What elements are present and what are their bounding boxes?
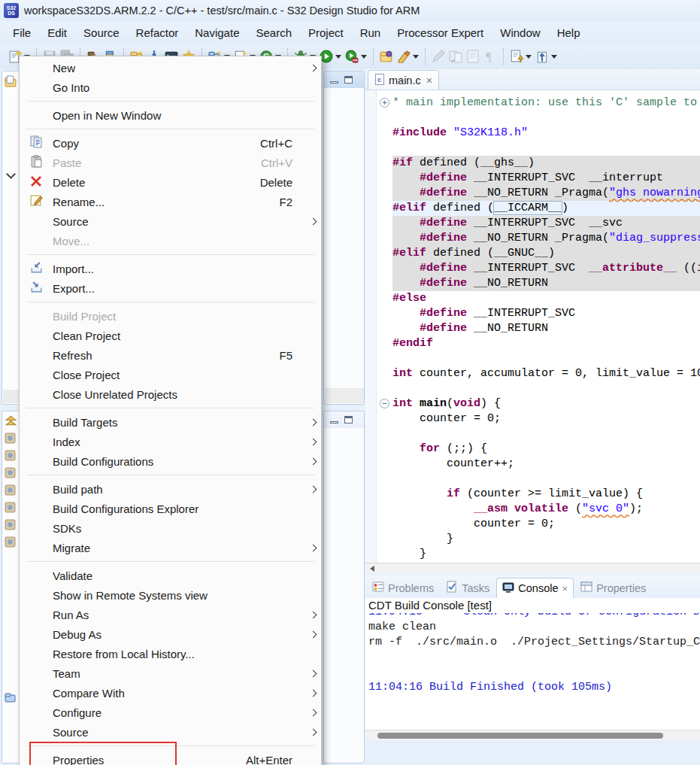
menubar-item-project[interactable]: Project: [300, 23, 352, 42]
view-header: [324, 411, 364, 428]
dropdown-arrow-icon[interactable]: [526, 55, 532, 59]
maximize-view-button[interactable]: [344, 76, 353, 83]
menu-item-run-as[interactable]: Run As: [20, 605, 321, 624]
menu-item-refresh[interactable]: RefreshF5: [20, 345, 321, 365]
menu-item-label: Move...: [53, 235, 305, 247]
console-horizontal-scrollbar[interactable]: [365, 730, 700, 740]
menu-item-paste[interactable]: PasteCtrl+V: [20, 153, 321, 172]
menu-item-build-configurations-explorer[interactable]: Build Configurations Explorer: [20, 499, 321, 518]
menu-item-import[interactable]: Import...: [20, 259, 321, 278]
menu-item-rename[interactable]: Rename...F2: [20, 192, 321, 211]
maximize-view-button[interactable]: [344, 416, 353, 423]
mini-tool-icon[interactable]: [5, 433, 17, 445]
menu-item-new[interactable]: New: [20, 58, 321, 77]
menu-item-debug-as[interactable]: Debug As: [20, 624, 321, 644]
menu-item-build-path[interactable]: Build path: [20, 479, 321, 499]
mini-tool-icon[interactable]: [5, 519, 17, 532]
menubar-item-processor-expert[interactable]: Processor Expert: [389, 23, 492, 42]
menu-item-label: Go Into: [53, 81, 305, 94]
menubar-item-edit[interactable]: Edit: [39, 23, 75, 42]
menu-item-show-in-remote-systems-view[interactable]: Show in Remote Systems view: [20, 585, 321, 605]
open-element-button[interactable]: [378, 48, 395, 65]
toolbar-group: [376, 48, 423, 65]
menu-item-team[interactable]: Team: [20, 663, 321, 683]
menu-item-compare-with[interactable]: Compare With: [20, 683, 321, 703]
close-icon[interactable]: ×: [426, 74, 432, 87]
c-file-icon: c: [374, 74, 385, 87]
menu-item-clean-project[interactable]: Clean Project: [20, 326, 321, 345]
console-tab-problems[interactable]: Problems: [367, 578, 439, 598]
fold-expand-icon[interactable]: +: [380, 98, 389, 108]
menu-item-source[interactable]: Source: [20, 211, 321, 231]
mini-tool-icon[interactable]: [5, 502, 17, 515]
menu-item-migrate[interactable]: Migrate: [20, 538, 321, 557]
mark-occurrences-button[interactable]: [395, 48, 420, 65]
menu-item-close-unrelated-projects[interactable]: Close Unrelated Projects: [20, 384, 321, 404]
dropdown-arrow-icon[interactable]: [413, 55, 419, 59]
menu-item-sdks[interactable]: SDKs: [20, 518, 321, 538]
submenu-arrow-icon: [305, 730, 321, 735]
menubar-item-file[interactable]: File: [5, 23, 39, 42]
menu-item-restore-from-local-history[interactable]: Restore from Local History...: [20, 644, 321, 663]
menu-item-export[interactable]: Export...: [20, 278, 321, 298]
code-line: * main implementation: use this 'C' samp…: [392, 96, 700, 111]
menu-item-build-configurations[interactable]: Build Configurations: [20, 451, 321, 471]
console-tab-console[interactable]: Console×: [496, 578, 574, 598]
menubar-item-refactor[interactable]: Refactor: [128, 23, 187, 42]
menu-item-close-project[interactable]: Close Project: [20, 365, 321, 384]
menu-item-label: Debug As: [53, 628, 305, 641]
toolbar-separator: [373, 48, 374, 65]
dropdown-arrow-icon[interactable]: [361, 55, 367, 59]
dropdown-arrow-icon[interactable]: [335, 55, 341, 59]
menu-item-label: Build path: [53, 483, 305, 496]
fold-collapse-icon[interactable]: −: [380, 399, 389, 408]
mini-tool-icon[interactable]: [5, 450, 17, 463]
console-area: ProblemsTasksConsole×Properties CDT Buil…: [365, 575, 700, 765]
menu-item-go-into[interactable]: Go Into: [20, 77, 321, 97]
paragraph-button[interactable]: ¶: [482, 48, 498, 65]
menu-item-source[interactable]: Source: [20, 722, 321, 742]
menu-separator: [26, 302, 314, 302]
mini-tool-icon[interactable]: [5, 536, 17, 549]
folder-icon[interactable]: [5, 692, 17, 705]
pen-button[interactable]: [430, 48, 447, 65]
menu-item-build-project[interactable]: Build Project: [20, 306, 321, 326]
scroll-left-arrow-icon[interactable]: [370, 566, 374, 572]
minimize-view-button[interactable]: [330, 81, 338, 83]
close-icon[interactable]: ×: [562, 583, 568, 594]
tab-main-c[interactable]: c main.c ×: [368, 70, 439, 90]
mini-tool-icon[interactable]: [5, 484, 17, 497]
console-body[interactable]: CDT Build Console [test] 11:04:15 **** C…: [365, 598, 700, 738]
code-editor[interactable]: +− * main implementation: use this 'C' s…: [365, 90, 700, 563]
link-editor-button[interactable]: [447, 48, 464, 65]
palette-chevrons-icon[interactable]: [5, 415, 17, 428]
menubar-item-run[interactable]: Run: [352, 23, 389, 42]
menu-item-index[interactable]: Index: [20, 432, 321, 451]
menu-item-label: Open in New Window: [53, 109, 305, 122]
show-doc-button[interactable]: [465, 48, 481, 65]
menu-item-build-targets[interactable]: Build Targets: [20, 412, 321, 432]
menubar-item-source[interactable]: Source: [75, 23, 128, 42]
console-tab-tasks[interactable]: Tasks: [441, 578, 495, 598]
menubar-item-help[interactable]: Help: [549, 23, 589, 42]
menu-item-delete[interactable]: DeleteDelete: [20, 172, 321, 192]
minimize-view-button[interactable]: [330, 421, 338, 423]
menubar-item-navigate[interactable]: Navigate: [186, 23, 247, 42]
mini-tool-icon[interactable]: [5, 467, 17, 480]
scrollbar-thumb[interactable]: [377, 733, 663, 739]
nav-up-button[interactable]: [534, 48, 559, 65]
menu-item-configure[interactable]: Configure: [20, 703, 321, 722]
menu-item-validate[interactable]: Validate: [20, 566, 321, 585]
menubar-item-search[interactable]: Search: [247, 23, 300, 42]
last-edit-button[interactable]: [508, 48, 533, 65]
menu-item-open-in-new-window[interactable]: Open in New Window: [20, 105, 321, 125]
menu-item-copy[interactable]: CopyCtrl+C: [20, 133, 321, 153]
paragraph-icon: ¶: [483, 50, 497, 63]
dropdown-arrow-icon[interactable]: [551, 55, 557, 59]
menubar-item-window[interactable]: Window: [492, 23, 548, 42]
profile-button[interactable]: [344, 48, 368, 65]
editor-horizontal-scrollbar[interactable]: [365, 563, 700, 574]
chevron-down-icon[interactable]: [6, 169, 16, 179]
menu-item-move[interactable]: Move...: [20, 231, 321, 250]
console-tab-properties[interactable]: Properties: [575, 578, 651, 598]
